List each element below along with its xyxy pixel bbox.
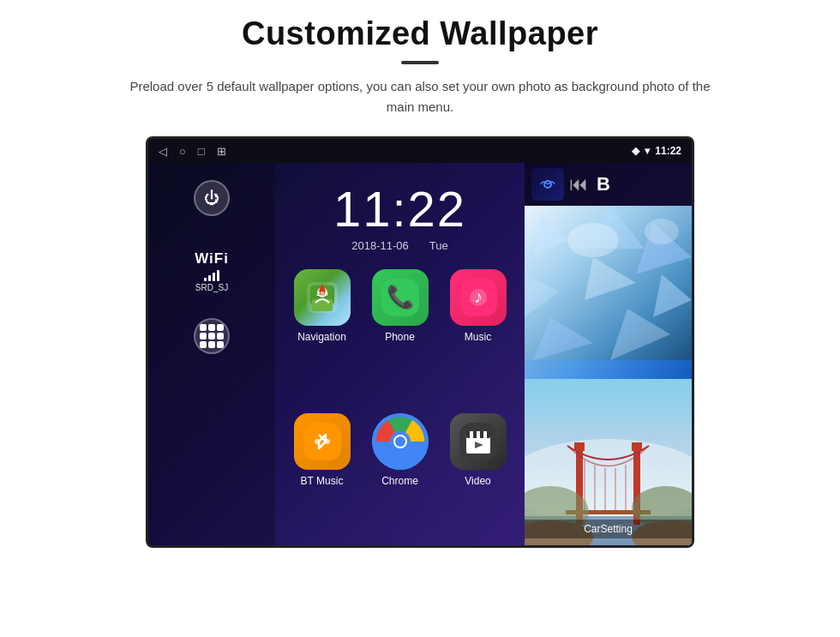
navigation-app-label: Navigation <box>297 331 346 343</box>
btmusic-app-icon <box>294 413 351 470</box>
status-bar-left: ◁ ○ □ ⊞ <box>159 145 226 158</box>
car-setting-label: CarSetting <box>525 520 692 538</box>
status-bar: ◁ ○ □ ⊞ ◆ ▾ 11:22 <box>148 139 692 163</box>
phone-app-label: Phone <box>385 331 415 343</box>
app-phone[interactable]: 📞 Phone <box>367 269 433 401</box>
day-value: Tue <box>429 239 448 252</box>
power-icon: ⏻ <box>204 189 219 207</box>
video-app-icon <box>450 413 507 470</box>
grid-dot <box>217 333 224 340</box>
status-time: 11:22 <box>655 145 681 157</box>
wallpaper-bridge[interactable]: CarSetting <box>525 379 692 546</box>
app-navigation[interactable]: 280 Navigation <box>289 269 355 401</box>
svg-rect-43 <box>632 442 642 451</box>
left-sidebar: ⏻ WiFi SRD_SJ <box>148 163 275 545</box>
chrome-app-label: Chrome <box>381 475 418 487</box>
grid-dot <box>200 324 207 331</box>
page-subtitle: Preload over 5 default wallpaper options… <box>129 76 711 117</box>
music-app-label: Music <box>465 331 491 343</box>
back-icon[interactable]: ◁ <box>159 145 167 158</box>
grid-dot <box>208 324 215 331</box>
wifi-bar-1 <box>204 278 207 281</box>
grid-dot <box>208 341 215 348</box>
screenshot-icon[interactable]: ⊞ <box>217 145 226 158</box>
main-area: ⏻ WiFi SRD_SJ <box>148 163 692 545</box>
apps-grid-icon <box>200 324 224 348</box>
right-widgets: ⏮ B <box>525 163 692 545</box>
svg-rect-11 <box>303 423 341 460</box>
svg-text:♪: ♪ <box>474 287 483 306</box>
wifi-status-icon: ▾ <box>645 145 650 157</box>
svg-text:📞: 📞 <box>387 283 415 310</box>
music-app-icon: ♪ <box>450 269 507 326</box>
app-video[interactable]: Video <box>445 413 511 545</box>
grid-dot <box>217 324 224 331</box>
btmusic-app-label: BT Music <box>301 475 344 487</box>
wifi-info: WiFi SRD_SJ <box>195 250 229 292</box>
svg-point-35 <box>567 223 619 257</box>
media-icon-box <box>531 168 564 201</box>
apps-button[interactable] <box>194 318 230 354</box>
grid-dot <box>200 341 207 348</box>
clock-time: 11:22 <box>333 180 466 237</box>
chrome-app-icon <box>372 413 429 470</box>
location-icon: ◆ <box>632 145 639 157</box>
title-divider <box>401 61 439 64</box>
app-grid: 280 Navigation 📞 <box>275 269 525 545</box>
svg-rect-21 <box>470 431 473 438</box>
wifi-label: WiFi <box>195 250 229 267</box>
ice-texture <box>525 206 692 379</box>
clock-date: 2018-11-06 Tue <box>351 239 447 252</box>
wallpaper-ice[interactable] <box>525 206 692 379</box>
grid-dot <box>217 341 224 348</box>
ice-svg <box>525 206 692 360</box>
navigation-app-icon: 280 <box>294 269 351 326</box>
wifi-bar-2 <box>208 275 211 281</box>
media-letter: B <box>597 173 610 195</box>
recents-icon[interactable]: □ <box>198 145 205 158</box>
svg-text:280: 280 <box>316 290 328 297</box>
page-container: Customized Wallpaper Preload over 5 defa… <box>0 0 840 637</box>
signal-icon <box>537 174 558 195</box>
power-button[interactable]: ⏻ <box>194 180 230 216</box>
svg-rect-2 <box>312 299 333 311</box>
clock-area: 11:22 2018-11-06 Tue <box>275 171 525 269</box>
phone-app-icon: 📞 <box>372 269 429 326</box>
svg-point-36 <box>645 219 679 244</box>
date-value: 2018-11-06 <box>351 239 409 252</box>
app-music[interactable]: ♪ Music <box>445 269 511 401</box>
status-bar-right: ◆ ▾ 11:22 <box>632 145 681 157</box>
page-title: Customized Wallpaper <box>242 15 598 52</box>
grid-dot <box>200 333 207 340</box>
home-icon[interactable]: ○ <box>179 145 186 158</box>
video-app-label: Video <box>465 475 490 487</box>
grid-dot <box>208 333 215 340</box>
center-content: 11:22 2018-11-06 Tue <box>275 163 525 545</box>
svg-point-12 <box>315 439 320 444</box>
svg-rect-23 <box>483 431 487 438</box>
media-prev-icon[interactable]: ⏮ <box>569 173 588 195</box>
app-bt-music[interactable]: BT Music <box>289 413 355 545</box>
svg-point-13 <box>325 439 330 444</box>
svg-rect-42 <box>574 442 585 451</box>
device-frame: ◁ ○ □ ⊞ ◆ ▾ 11:22 ⏻ WiFi <box>146 136 694 548</box>
svg-point-17 <box>395 436 405 447</box>
wifi-ssid: SRD_SJ <box>195 283 228 292</box>
wifi-bars <box>204 269 219 281</box>
media-bar: ⏮ B <box>525 163 692 206</box>
app-chrome[interactable]: Chrome <box>367 413 433 545</box>
svg-rect-22 <box>477 431 480 438</box>
wifi-bar-4 <box>217 270 219 281</box>
wifi-bar-3 <box>213 273 215 281</box>
